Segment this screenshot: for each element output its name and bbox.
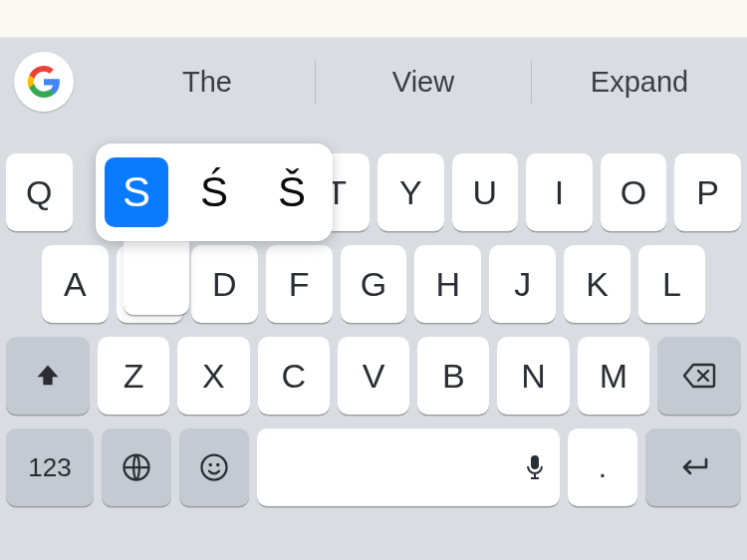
accent-popup-stem <box>124 237 189 315</box>
key-c[interactable]: C <box>258 337 330 415</box>
numeric-switch-key[interactable]: 123 <box>6 428 94 506</box>
suggestion-2[interactable]: View <box>316 66 531 99</box>
accent-option-s-acute[interactable]: Ś <box>182 157 246 227</box>
accent-option-s-caron[interactable]: Š <box>260 157 324 227</box>
key-v[interactable]: V <box>338 337 409 415</box>
google-logo-icon <box>27 65 61 99</box>
accent-option-s[interactable]: S <box>105 157 168 227</box>
google-search-button[interactable] <box>14 52 74 112</box>
key-i[interactable]: I <box>526 153 593 231</box>
globe-icon <box>122 452 151 482</box>
suggestion-1[interactable]: The <box>100 66 315 99</box>
return-key[interactable] <box>645 428 741 506</box>
key-p[interactable]: P <box>674 153 741 231</box>
return-icon <box>676 455 710 479</box>
spacebar-key[interactable] <box>257 428 560 506</box>
suggestion-bar: The View Expand <box>0 38 747 126</box>
shift-key[interactable] <box>6 337 90 415</box>
svg-point-3 <box>216 463 220 467</box>
key-n[interactable]: N <box>497 337 569 415</box>
accent-popup: S Ś Š <box>96 143 333 241</box>
key-row-3: Z X C V B N M <box>6 337 741 415</box>
key-m[interactable]: M <box>578 337 649 415</box>
onscreen-keyboard: The View Expand S Ś Š Q W E R T Y U I O … <box>0 38 747 560</box>
key-o[interactable]: O <box>601 153 667 231</box>
svg-rect-4 <box>531 455 539 469</box>
period-key[interactable]: . <box>568 428 637 506</box>
svg-point-2 <box>209 463 213 467</box>
key-u[interactable]: U <box>452 153 519 231</box>
svg-point-1 <box>202 455 227 480</box>
key-a[interactable]: A <box>42 245 109 323</box>
emoji-icon <box>199 452 229 482</box>
emoji-key[interactable] <box>179 428 249 506</box>
key-j[interactable]: J <box>489 245 556 323</box>
suggestion-3[interactable]: Expand <box>532 66 747 99</box>
key-g[interactable]: G <box>341 245 407 323</box>
key-row-2: A D F G H J K L <box>6 245 741 323</box>
key-x[interactable]: X <box>177 337 249 415</box>
backspace-icon <box>682 363 716 389</box>
key-f[interactable]: F <box>266 245 333 323</box>
key-h[interactable]: H <box>414 245 481 323</box>
key-y[interactable]: Y <box>377 153 444 231</box>
key-l[interactable]: L <box>638 245 705 323</box>
language-switch-key[interactable] <box>102 428 171 506</box>
backspace-key[interactable] <box>657 337 741 415</box>
shift-icon <box>34 362 62 390</box>
app-content-area <box>0 0 747 38</box>
key-q[interactable]: Q <box>6 153 73 231</box>
key-d[interactable]: D <box>191 245 258 323</box>
key-z[interactable]: Z <box>98 337 169 415</box>
key-row-4: 123 . <box>0 428 747 506</box>
key-k[interactable]: K <box>564 245 630 323</box>
key-b[interactable]: B <box>417 337 489 415</box>
microphone-icon <box>526 454 544 480</box>
